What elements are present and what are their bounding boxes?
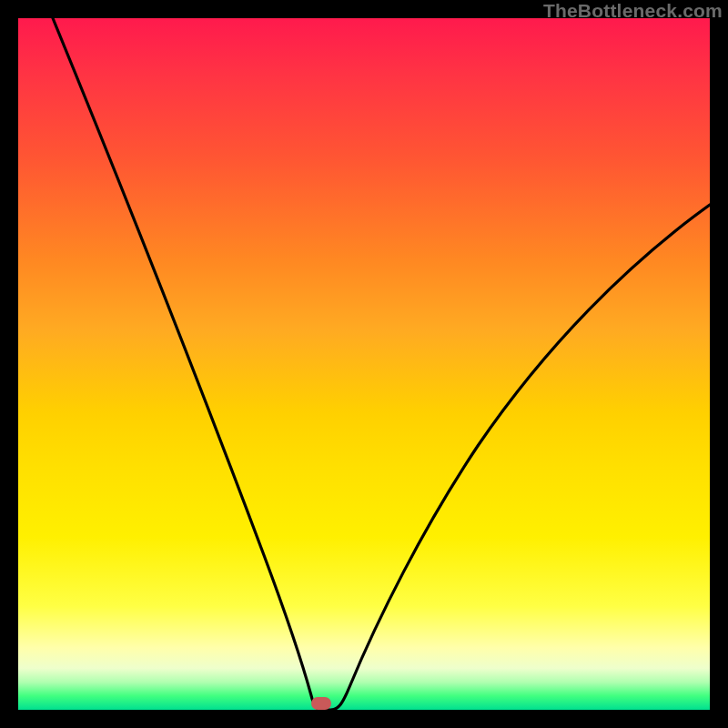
chart-frame: TheBottleneck.com bbox=[0, 0, 728, 728]
bottleneck-curve-right bbox=[332, 205, 710, 710]
curve-svg bbox=[18, 18, 710, 710]
plot-area bbox=[18, 18, 710, 710]
bottleneck-curve-left bbox=[53, 18, 332, 710]
optimal-marker bbox=[311, 697, 331, 710]
